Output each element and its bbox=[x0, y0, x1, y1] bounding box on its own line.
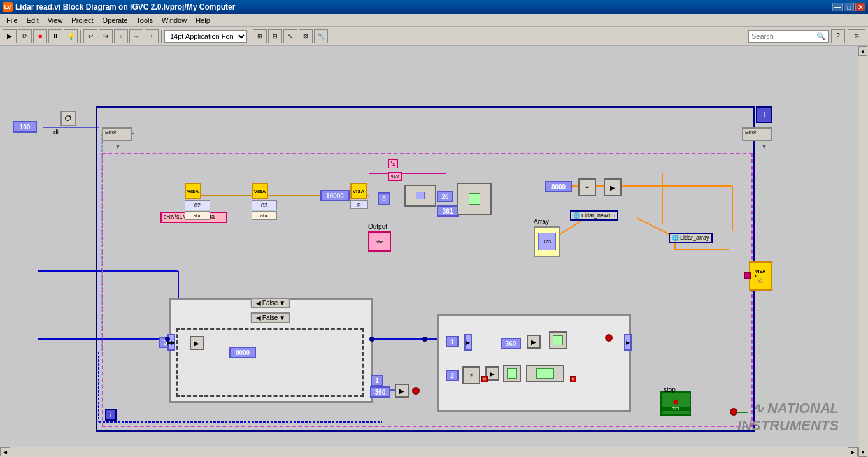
string-const-s: \s bbox=[388, 159, 398, 168]
array-fn-3 bbox=[503, 365, 521, 382]
menu-help[interactable]: Help bbox=[192, 15, 214, 25]
error-out-cluster: Error bbox=[742, 127, 772, 141]
constant-100: 100 bbox=[13, 121, 37, 133]
increment-node: ▶ bbox=[395, 384, 409, 398]
menu-operate[interactable]: Operate bbox=[99, 15, 132, 25]
ni-logo: ∿ NATIONALINSTRUMENTS bbox=[737, 400, 839, 434]
shift-register-out: ▶ bbox=[624, 334, 632, 351]
lidar-new1-node: 🌐 Lidar_new1 n bbox=[570, 210, 618, 221]
pause-button[interactable]: ⏸ bbox=[48, 29, 62, 43]
scroll-down-button[interactable]: ▼ bbox=[858, 447, 867, 457]
array-label: Array bbox=[534, 218, 560, 225]
distribute-button[interactable]: ⊟ bbox=[268, 29, 282, 43]
constant-360-left: 360 bbox=[370, 386, 390, 398]
menu-file[interactable]: File bbox=[3, 15, 22, 25]
error-out-arrow: ▼ bbox=[761, 143, 767, 150]
array-fn-4 bbox=[526, 365, 564, 382]
label-dt: dt bbox=[53, 129, 59, 136]
redo-button[interactable]: ↪ bbox=[99, 29, 113, 43]
toolbar-sep2 bbox=[161, 30, 162, 43]
align-button[interactable]: ⊞ bbox=[253, 29, 267, 43]
window-title: Lidar read.vi Block Diagram on IGVC 2.0.… bbox=[15, 3, 235, 11]
diagram-canvas: 100 dt ms ⏱ i Error Error ▼ ▼ sRN\sLMDsc… bbox=[0, 46, 868, 457]
run-button[interactable]: ▶ bbox=[3, 29, 17, 43]
arith-block-2: ▶ bbox=[604, 178, 622, 196]
visa-write-right: VISAc ✍ bbox=[749, 261, 772, 291]
close-button[interactable]: ✕ bbox=[855, 3, 865, 11]
red-x-connector1: ✕ bbox=[481, 376, 488, 382]
scan-string-block bbox=[404, 185, 436, 207]
run-continuously-button[interactable]: ⟳ bbox=[18, 29, 32, 43]
inner-case-frame bbox=[176, 328, 364, 397]
reorder-button[interactable]: ⊠ bbox=[299, 29, 313, 43]
constant-0: 0 bbox=[378, 192, 390, 205]
visa-node-read: VISA R bbox=[350, 183, 368, 209]
menu-tools[interactable]: Tools bbox=[132, 15, 157, 25]
red-x-connector2: ✕ bbox=[570, 376, 576, 382]
toolbar-sep3 bbox=[250, 30, 250, 43]
output-group: Output abc bbox=[368, 223, 391, 252]
case-structure-left[interactable]: ◀ False ▼ ◀ False ▼ bbox=[169, 298, 373, 403]
arith-block-1: ÷ bbox=[578, 178, 596, 196]
connector-blue-2 bbox=[369, 337, 374, 342]
constant-10000: 10000 bbox=[320, 190, 350, 201]
toolbar-sep1 bbox=[80, 30, 81, 43]
block-diagram: 100 dt ms ⏱ i Error Error ▼ ▼ sRN\sLMDsc… bbox=[0, 46, 858, 447]
step-into-button[interactable]: ↓ bbox=[114, 29, 128, 43]
context-help-button[interactable]: ⊕ bbox=[848, 29, 865, 43]
array-op-block bbox=[457, 183, 492, 215]
search-input[interactable] bbox=[751, 33, 815, 40]
constant-8000-left: 8000 bbox=[229, 347, 256, 358]
case-structure-right[interactable] bbox=[437, 314, 631, 412]
scrollbar-right[interactable]: ▲ ▼ bbox=[858, 46, 868, 457]
title-bar: LV Lidar read.vi Block Diagram on IGVC 2… bbox=[0, 0, 868, 14]
array-fn-1 bbox=[549, 331, 567, 349]
connector-blue-3 bbox=[422, 337, 427, 342]
greater-than-node: ▶ bbox=[190, 336, 204, 350]
visa-node-02: VISA 02 abc bbox=[185, 183, 210, 220]
menu-bar: File Edit View Project Operate Tools Win… bbox=[0, 14, 868, 27]
pink-connector-right bbox=[744, 272, 751, 279]
clean-diagram-button[interactable]: 🔧 bbox=[314, 29, 328, 43]
menu-view[interactable]: View bbox=[44, 15, 67, 25]
error-in-arrow: ▼ bbox=[115, 143, 121, 150]
loop-i-indicator: i bbox=[105, 409, 117, 421]
case-false-b[interactable]: ◀ False ▼ bbox=[251, 312, 290, 323]
constant-360-right: 360 bbox=[501, 338, 521, 349]
error-in-cluster: Error bbox=[102, 127, 132, 141]
menu-project[interactable]: Project bbox=[68, 15, 97, 25]
menu-window[interactable]: Window bbox=[158, 15, 190, 25]
scroll-left-button[interactable]: ◀ bbox=[0, 447, 10, 456]
stop-button[interactable]: ■ TFI bbox=[660, 391, 691, 416]
resize-button[interactable]: ⤡ bbox=[283, 29, 297, 43]
case-false-a[interactable]: ◀ False ▼ bbox=[251, 298, 290, 308]
stop-circle-left bbox=[412, 387, 420, 395]
menu-edit[interactable]: Edit bbox=[23, 15, 43, 25]
step-over-button[interactable]: → bbox=[129, 29, 143, 43]
search-box[interactable]: 🔍 bbox=[748, 30, 829, 43]
scroll-right-button[interactable]: ▶ bbox=[848, 447, 858, 456]
stop-circle-right1 bbox=[605, 334, 613, 342]
title-controls[interactable]: — □ ✕ bbox=[832, 3, 865, 11]
constant-2: 2 bbox=[446, 370, 459, 381]
step-out-button[interactable]: ↑ bbox=[145, 29, 159, 43]
compare-block-right: ▶ bbox=[527, 335, 541, 349]
array-group: Array 123 bbox=[534, 218, 560, 257]
undo-button[interactable]: ↩ bbox=[83, 29, 97, 43]
maximize-button[interactable]: □ bbox=[844, 3, 854, 11]
scroll-up-button[interactable]: ▲ bbox=[858, 46, 867, 56]
loop-counter-icon: i bbox=[756, 106, 772, 123]
scrollbar-bottom[interactable]: ◀ ▶ bbox=[0, 447, 858, 457]
search-icon[interactable]: 🔍 bbox=[816, 32, 825, 40]
help-button[interactable]: ? bbox=[831, 29, 845, 43]
timer-icon: ⏱ bbox=[60, 111, 76, 126]
minimize-button[interactable]: — bbox=[832, 3, 843, 11]
font-select[interactable]: 14pt Application Font bbox=[164, 30, 247, 43]
stop-circle-main bbox=[730, 408, 737, 416]
constant-361: 361 bbox=[437, 205, 459, 217]
abort-button[interactable]: ■ bbox=[33, 29, 47, 43]
highlight-button[interactable]: 💡 bbox=[64, 29, 78, 43]
string-const-percent: %x bbox=[388, 172, 402, 181]
visa-node-03: VISA 03 abc bbox=[252, 183, 277, 220]
constant-8000-top: 8000 bbox=[545, 181, 572, 192]
